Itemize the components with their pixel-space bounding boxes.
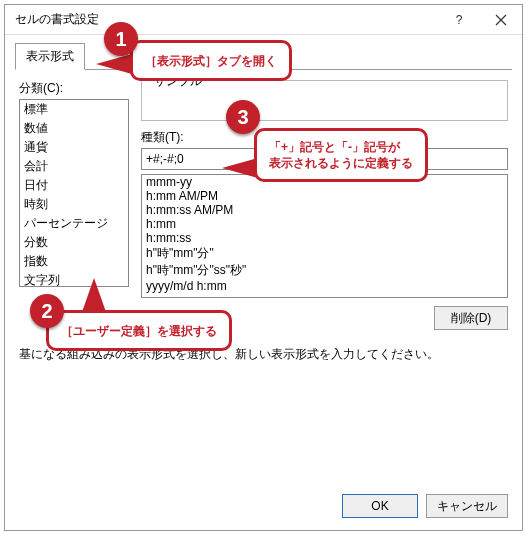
badge-1: 1	[104, 22, 138, 56]
titlebar: セルの書式設定 ?	[5, 5, 522, 35]
tab-number-format[interactable]: 表示形式	[15, 43, 85, 70]
category-listbox[interactable]: 標準数値通貨会計日付時刻パーセンテージ分数指数文字列その他ユーザー定義	[19, 99, 129, 287]
type-item[interactable]: h"時"mm"分"	[142, 245, 507, 262]
type-item[interactable]: h:mm:ss AM/PM	[142, 203, 507, 217]
category-item[interactable]: 分数	[20, 233, 128, 252]
sample-group: サンプル	[141, 80, 508, 121]
ok-button[interactable]: OK	[342, 494, 418, 518]
type-item[interactable]: h:mm	[142, 217, 507, 231]
callout-3-pointer	[222, 158, 258, 178]
badge-2: 2	[30, 294, 64, 328]
type-item[interactable]: h"時"mm"分"ss"秒"	[142, 262, 507, 279]
category-item[interactable]: 文字列	[20, 271, 128, 287]
category-item[interactable]: 指数	[20, 252, 128, 271]
callout-2: ［ユーザー定義］を選択する	[46, 310, 232, 351]
help-button[interactable]: ?	[438, 5, 480, 35]
type-item[interactable]: h:mm AM/PM	[142, 189, 507, 203]
callout-1: ［表示形式］タブを開く	[130, 40, 292, 81]
category-item[interactable]: 通貨	[20, 138, 128, 157]
dialog-title: セルの書式設定	[15, 11, 438, 28]
callout-1-pointer	[96, 54, 132, 74]
callout-3: 「+」記号と「-」記号が 表示されるように定義する	[254, 128, 428, 182]
format-cells-dialog: セルの書式設定 ? 表示形式 分類(C): 標準数値通貨会計日付時刻パーセンテー…	[4, 4, 523, 531]
close-icon	[495, 14, 507, 26]
close-button[interactable]	[480, 5, 522, 35]
callout-2-pointer	[82, 278, 106, 312]
category-item[interactable]: 会計	[20, 157, 128, 176]
category-item[interactable]: 数値	[20, 119, 128, 138]
category-item[interactable]: 時刻	[20, 195, 128, 214]
badge-3: 3	[226, 100, 260, 134]
category-label: 分類(C):	[19, 80, 129, 97]
type-item[interactable]: yyyy/m/d h:mm	[142, 279, 507, 293]
category-item[interactable]: パーセンテージ	[20, 214, 128, 233]
category-item[interactable]: 日付	[20, 176, 128, 195]
cancel-button[interactable]: キャンセル	[426, 494, 508, 518]
delete-button[interactable]: 削除(D)	[434, 306, 508, 330]
dialog-footer: OK キャンセル	[342, 494, 508, 518]
category-item[interactable]: 標準	[20, 100, 128, 119]
type-item[interactable]: h:mm:ss	[142, 231, 507, 245]
type-listbox[interactable]: mmm-yyh:mm AM/PMh:mm:ss AM/PMh:mmh:mm:ss…	[141, 174, 508, 298]
